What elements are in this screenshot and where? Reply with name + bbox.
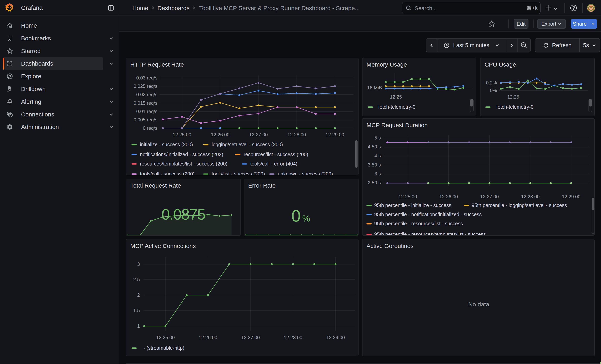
svg-text:3 s: 3 s: [374, 171, 381, 177]
svg-text:4.50 s: 4.50 s: [368, 144, 381, 149]
svg-text:12:26:00: 12:26:00: [439, 194, 458, 199]
svg-text:tools/call - error (404): tools/call - error (404): [250, 161, 297, 167]
svg-text:tools/list - success (200): tools/list - success (200): [212, 171, 265, 175]
svg-text:12:25:00: 12:25:00: [399, 194, 417, 199]
svg-text:tools/call - success (200): tools/call - success (200): [140, 171, 195, 175]
svg-text:12:27:00: 12:27:00: [480, 194, 499, 199]
svg-text:4 s: 4 s: [374, 153, 381, 158]
svg-text:0.01 req/s: 0.01 req/s: [136, 109, 158, 114]
svg-text:2: 2: [137, 292, 140, 298]
svg-text:initialize - success (200): initialize - success (200): [140, 142, 193, 147]
svg-text:resources/list - success (200): resources/list - success (200): [244, 152, 308, 157]
svg-text:12:28:00: 12:28:00: [521, 194, 540, 199]
svg-text:fetch-telemetry-0: fetch-telemetry-0: [496, 104, 533, 110]
svg-text:12:27:00: 12:27:00: [241, 335, 260, 340]
svg-text:fetch-telemetry-0: fetch-telemetry-0: [378, 104, 415, 110]
svg-text:0.2%: 0.2%: [486, 80, 497, 85]
svg-text:notifications/initialized - su: notifications/initialized - success (202…: [140, 152, 223, 157]
svg-text:logging/setLevel - success (20: logging/setLevel - success (200): [212, 142, 283, 147]
svg-text:95th percentile - resources/li: 95th percentile - resources/list - succe…: [374, 221, 463, 226]
svg-text:95th percentile - initialize -: 95th percentile - initialize - success: [374, 202, 451, 208]
svg-text:12:29:00: 12:29:00: [326, 335, 345, 340]
svg-text:12:25:00: 12:25:00: [173, 132, 191, 137]
svg-text:12:29:00: 12:29:00: [326, 132, 344, 137]
svg-text:0.0875: 0.0875: [161, 206, 205, 223]
svg-text:12:28:00: 12:28:00: [287, 132, 306, 137]
svg-text:- (streamable-http): - (streamable-http): [143, 345, 184, 351]
svg-text:2.5: 2.5: [133, 277, 140, 282]
svg-text:2.50 s: 2.50 s: [368, 180, 381, 185]
svg-text:0.03 req/s: 0.03 req/s: [136, 75, 158, 80]
svg-text:16 MiB: 16 MiB: [367, 85, 382, 90]
svg-text:1: 1: [137, 323, 140, 329]
svg-text:5 s: 5 s: [374, 135, 381, 140]
svg-text:%: %: [302, 214, 310, 223]
svg-text:95th percentile - resources/te: 95th percentile - resources/templates/li…: [374, 231, 486, 236]
svg-text:0.015 req/s: 0.015 req/s: [134, 100, 158, 106]
svg-text:0.02 req/s: 0.02 req/s: [136, 92, 158, 97]
svg-text:1.5: 1.5: [133, 308, 140, 313]
svg-text:resources/templates/list - suc: resources/templates/list - success (200): [140, 161, 227, 167]
svg-text:95th percentile - notification: 95th percentile - notifications/initiali…: [374, 212, 482, 217]
svg-text:12:28:00: 12:28:00: [284, 335, 302, 340]
svg-text:3.50 s: 3.50 s: [368, 162, 381, 167]
svg-text:unknown - success (200): unknown - success (200): [278, 171, 333, 175]
svg-text:0: 0: [291, 207, 301, 225]
svg-text:0.005 req/s: 0.005 req/s: [134, 117, 158, 122]
svg-text:0 req/s: 0 req/s: [143, 125, 157, 131]
svg-text:0%: 0%: [490, 88, 497, 93]
svg-text:12:25: 12:25: [507, 94, 519, 99]
svg-text:0.025 req/s: 0.025 req/s: [134, 83, 158, 89]
svg-text:95th percentile - logging/setL: 95th percentile - logging/setLevel - suc…: [472, 202, 567, 208]
svg-text:12:27:00: 12:27:00: [249, 132, 268, 137]
svg-text:12:26:00: 12:26:00: [211, 132, 230, 137]
svg-text:3: 3: [137, 261, 140, 267]
svg-text:12:25: 12:25: [390, 94, 402, 99]
svg-text:12:26:00: 12:26:00: [199, 335, 217, 340]
svg-text:12:29:00: 12:29:00: [562, 194, 580, 199]
svg-text:12:25:00: 12:25:00: [156, 335, 175, 340]
